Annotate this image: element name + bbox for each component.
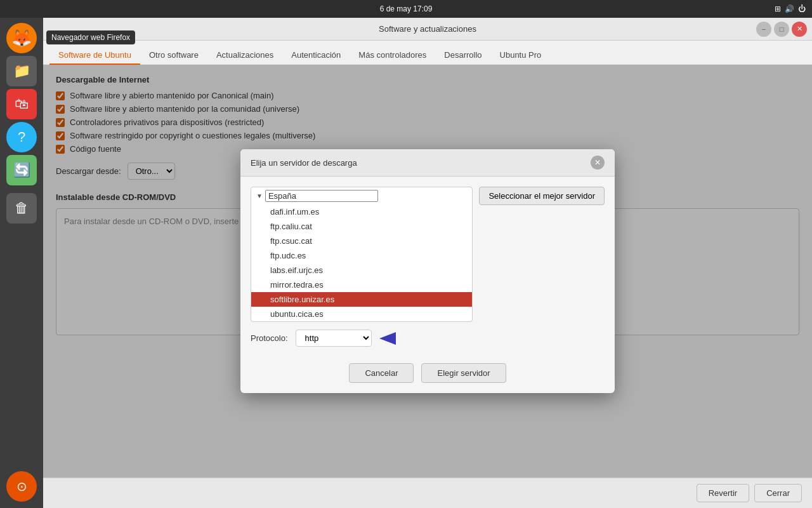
dialog-titlebar: Elija un servidor de descarga ✕	[240, 149, 615, 177]
window-title: Software y actualizaciones	[379, 24, 476, 34]
sidebar-item-ubuntu[interactable]: ⊙	[6, 471, 37, 502]
dialog-body: ▼ dafi.inf.um.es ftp.caliu.cat ftp.csuc.…	[240, 177, 615, 357]
dialog-buttons: Cancelar Elegir servidor	[240, 357, 615, 393]
tab-bar: Software de Ubuntu Otro software Actuali…	[43, 41, 812, 65]
sidebar-item-files[interactable]: 📁	[6, 56, 37, 86]
country-row[interactable]: ▼	[251, 187, 472, 204]
sidebar-item-appstore[interactable]: 🛍	[6, 89, 37, 119]
server-item-udc[interactable]: ftp.udc.es	[251, 248, 472, 263]
dialog-overlay: Elija un servidor de descarga ✕ ▼	[43, 65, 812, 478]
server-item-softlibre[interactable]: softlibre.unizar.es	[251, 292, 472, 307]
dialog-close-button[interactable]: ✕	[591, 156, 605, 170]
tab-desarrollo[interactable]: Desarrollo	[435, 46, 490, 65]
tab-otro-software[interactable]: Otro software	[140, 46, 207, 65]
server-item-caliu[interactable]: ftp.caliu.cat	[251, 219, 472, 234]
tab-autenticacion[interactable]: Autenticación	[282, 46, 350, 65]
tab-actualizaciones[interactable]: Actualizaciones	[207, 46, 282, 65]
tab-software-ubuntu[interactable]: Software de Ubuntu	[49, 46, 140, 65]
tab-controladores[interactable]: Más controladores	[350, 46, 435, 65]
appstore-icon: 🛍	[15, 96, 29, 112]
revert-button[interactable]: Revertir	[697, 484, 750, 502]
content-area: Descargable de Internet Software libre y…	[43, 65, 812, 478]
maximize-button[interactable]: □	[774, 22, 789, 37]
server-item-labs[interactable]: labs.eif.urjc.es	[251, 263, 472, 277]
bottom-bar: Revertir Cerrar	[43, 478, 812, 508]
files-icon: 📁	[13, 63, 30, 79]
sidebar-item-firefox[interactable]: 🦊	[6, 23, 37, 53]
tab-ubuntu-pro[interactable]: Ubuntu Pro	[491, 46, 551, 65]
tree-toggle-icon: ▼	[256, 192, 263, 199]
sidebar-item-trash[interactable]: 🗑	[6, 193, 37, 224]
minimize-button[interactable]: −	[756, 22, 771, 37]
volume-icon: 🔊	[785, 4, 794, 13]
protocol-label: Protocolo:	[251, 333, 288, 343]
server-item-csuc[interactable]: ftp.csuc.cat	[251, 234, 472, 248]
firefox-icon: 🦊	[11, 29, 32, 48]
ubuntu-icon: ⊙	[16, 479, 27, 494]
country-name-input[interactable]	[265, 190, 378, 202]
tray-icons: ⊞ 🔊 ⏻	[775, 4, 806, 13]
close-window-button[interactable]: ✕	[792, 22, 807, 37]
protocol-select[interactable]: http ftp	[296, 330, 372, 347]
choose-server-button[interactable]: Elegir servidor	[421, 363, 506, 383]
help-icon: ?	[18, 129, 25, 145]
window-controls: − □ ✕	[756, 22, 807, 37]
dialog-top-row: ▼ dafi.inf.um.es ftp.caliu.cat ftp.csuc.…	[251, 187, 605, 322]
sidebar-item-help[interactable]: ?	[6, 122, 37, 152]
tooltip: Navegador web Firefox	[46, 30, 135, 44]
cancel-button[interactable]: Cancelar	[349, 363, 414, 383]
sidebar-item-software[interactable]: 🔄	[6, 155, 37, 185]
power-icon: ⏻	[798, 4, 806, 13]
server-item-tedra[interactable]: mirror.tedra.es	[251, 277, 472, 292]
dialog-title: Elija un servidor de descarga	[251, 158, 357, 168]
download-server-dialog: Elija un servidor de descarga ✕ ▼	[240, 149, 615, 393]
close-button[interactable]: Cerrar	[754, 484, 802, 502]
server-list[interactable]: ▼ dafi.inf.um.es ftp.caliu.cat ftp.csuc.…	[251, 187, 473, 322]
server-item-dafi[interactable]: dafi.inf.um.es	[251, 204, 472, 219]
arrow-indicator	[379, 331, 400, 346]
taskbar: 6 de may 17:09 ⊞ 🔊 ⏻	[0, 0, 812, 18]
trash-icon: 🗑	[15, 200, 29, 217]
protocol-row: Protocolo: http ftp	[251, 330, 605, 347]
network-icon: ⊞	[775, 4, 781, 13]
software-icon: 🔄	[13, 162, 30, 178]
sidebar: 🦊 📁 🛍 ? 🔄 🗑 ⊙	[0, 18, 43, 508]
clock: 6 de may 17:09	[380, 4, 433, 13]
window-titlebar: Software y actualizaciones − □ ✕	[43, 18, 812, 41]
main-window: Software y actualizaciones − □ ✕ Softwar…	[43, 18, 812, 508]
server-item-ubuntu-cica[interactable]: ubuntu.cica.es	[251, 307, 472, 321]
best-server-button[interactable]: Seleccionar el mejor servidor	[479, 187, 605, 205]
